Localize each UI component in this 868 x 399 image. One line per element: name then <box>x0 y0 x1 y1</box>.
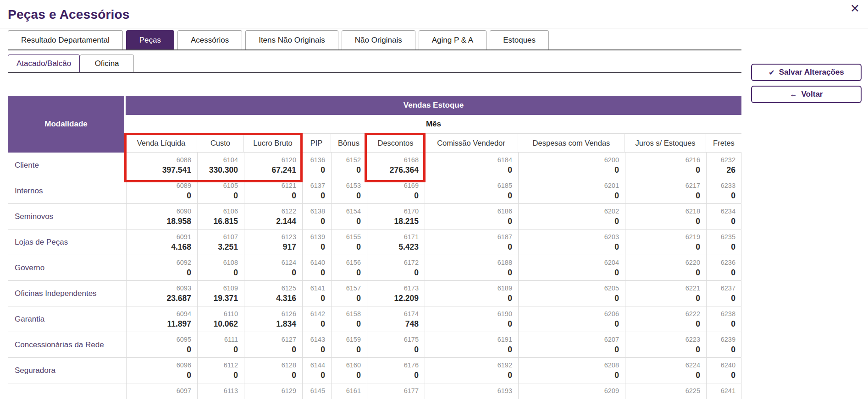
value-cell[interactable]: 61222.144 <box>244 204 302 229</box>
value-cell[interactable]: 60914.168 <box>126 230 197 255</box>
tab-itens-nao-originais[interactable]: Itens Não Originais <box>245 30 338 49</box>
subtab-oficina[interactable]: Oficina <box>80 55 134 72</box>
value-cell[interactable]: 62040 <box>518 255 625 280</box>
tab-resultado-departamental[interactable]: Resultado Departamental <box>8 30 123 49</box>
value-cell[interactable]: 6097 <box>126 383 197 399</box>
value-cell[interactable]: 62400 <box>706 358 742 383</box>
subtab-atacado-balcao[interactable]: Atacado/Balcão <box>8 55 80 72</box>
tab-acessorios[interactable]: Acessórios <box>177 30 242 49</box>
tab-nao-originais[interactable]: Não Originais <box>342 30 415 49</box>
value-cell[interactable]: 61580 <box>331 306 367 332</box>
value-cell[interactable]: 60960 <box>126 358 197 383</box>
value-cell[interactable]: 62240 <box>625 358 706 383</box>
value-cell[interactable]: 60950 <box>126 332 197 357</box>
value-cell[interactable]: 62210 <box>625 281 706 306</box>
tab-aging-p-a[interactable]: Aging P & A <box>419 30 487 49</box>
value-cell[interactable]: 61380 <box>302 204 331 229</box>
value-cell[interactable]: 60920 <box>126 255 197 280</box>
value-cell[interactable]: 61430 <box>302 332 331 357</box>
value-cell[interactable]: 61600 <box>331 358 367 383</box>
value-cell[interactable]: 62220 <box>625 306 706 332</box>
value-cell[interactable]: 609323.687 <box>126 281 197 306</box>
value-cell[interactable]: 61240 <box>244 255 302 280</box>
value-cell[interactable]: 62020 <box>518 204 625 229</box>
value-cell[interactable]: 61900 <box>425 306 518 332</box>
value-cell[interactable]: 62390 <box>706 332 742 357</box>
value-cell[interactable]: 62200 <box>625 255 706 280</box>
value-cell[interactable]: 62070 <box>518 332 625 357</box>
value-cell[interactable]: 61120 <box>197 358 244 383</box>
value-cell[interactable]: 61910 <box>425 332 518 357</box>
value-cell[interactable]: 61360 <box>302 153 331 178</box>
value-cell[interactable]: 61560 <box>331 255 367 280</box>
value-cell[interactable]: 617018.215 <box>367 204 425 229</box>
value-cell[interactable]: 61520 <box>331 153 367 178</box>
value-cell[interactable]: 609411.897 <box>126 306 197 332</box>
value-cell[interactable]: 6129 <box>244 383 302 399</box>
value-cell[interactable]: 61420 <box>302 306 331 332</box>
value-cell[interactable]: 62340 <box>706 204 742 229</box>
value-cell[interactable]: 609018.958 <box>126 204 197 229</box>
value-cell[interactable]: 61690 <box>367 178 425 203</box>
value-cell[interactable]: 61110 <box>197 332 244 357</box>
value-cell[interactable]: 61550 <box>331 230 367 255</box>
value-cell[interactable]: 60890 <box>126 178 197 203</box>
value-cell[interactable]: 6123917 <box>244 230 302 255</box>
value-cell[interactable]: 611010.062 <box>197 306 244 332</box>
value-cell[interactable]: 6104330.300 <box>197 153 244 178</box>
value-cell[interactable]: 61920 <box>425 358 518 383</box>
value-cell[interactable]: 61890 <box>425 281 518 306</box>
value-cell[interactable]: 62160 <box>625 153 706 178</box>
value-cell[interactable]: 6209 <box>518 383 625 399</box>
value-cell[interactable]: 62190 <box>625 230 706 255</box>
tab-pecas[interactable]: Peças <box>126 30 174 49</box>
value-cell[interactable]: 610616.815 <box>197 204 244 229</box>
close-icon[interactable]: ✕ <box>850 3 860 14</box>
value-cell[interactable]: 62360 <box>706 255 742 280</box>
value-cell[interactable]: 62000 <box>518 153 625 178</box>
value-cell[interactable]: 61720 <box>367 255 425 280</box>
value-cell[interactable]: 6088397.541 <box>126 153 197 178</box>
value-cell[interactable]: 6177 <box>367 383 425 399</box>
value-cell[interactable]: 612067.241 <box>244 153 302 178</box>
value-cell[interactable]: 61850 <box>425 178 518 203</box>
value-cell[interactable]: 62330 <box>706 178 742 203</box>
value-cell[interactable]: 61715.423 <box>367 230 425 255</box>
save-button[interactable]: ✔ Salvar Alterações <box>751 64 862 81</box>
value-cell[interactable]: 61050 <box>197 178 244 203</box>
value-cell[interactable]: 61840 <box>425 153 518 178</box>
value-cell[interactable]: 610919.371 <box>197 281 244 306</box>
value-cell[interactable]: 6174748 <box>367 306 425 332</box>
value-cell[interactable]: 62350 <box>706 230 742 255</box>
value-cell[interactable]: 62170 <box>625 178 706 203</box>
value-cell[interactable]: 6145 <box>302 383 331 399</box>
value-cell[interactable]: 62080 <box>518 358 625 383</box>
value-cell[interactable]: 6161 <box>331 383 367 399</box>
value-cell[interactable]: 61254.316 <box>244 281 302 306</box>
value-cell[interactable]: 61880 <box>425 255 518 280</box>
value-cell[interactable]: 61570 <box>331 281 367 306</box>
value-cell[interactable]: 623226 <box>706 153 742 178</box>
value-cell[interactable]: 61440 <box>302 358 331 383</box>
value-cell[interactable]: 61080 <box>197 255 244 280</box>
value-cell[interactable]: 62030 <box>518 230 625 255</box>
value-cell[interactable]: 61261.834 <box>244 306 302 332</box>
value-cell[interactable]: 61400 <box>302 255 331 280</box>
value-cell[interactable]: 617312.209 <box>367 281 425 306</box>
value-cell[interactable]: 61870 <box>425 230 518 255</box>
tab-estoques[interactable]: Estoques <box>490 30 549 49</box>
value-cell[interactable]: 6193 <box>425 383 518 399</box>
value-cell[interactable]: 62230 <box>625 332 706 357</box>
value-cell[interactable]: 61860 <box>425 204 518 229</box>
value-cell[interactable]: 6225 <box>625 383 706 399</box>
value-cell[interactable]: 62180 <box>625 204 706 229</box>
value-cell[interactable]: 61760 <box>367 358 425 383</box>
value-cell[interactable]: 62010 <box>518 178 625 203</box>
value-cell[interactable]: 61270 <box>244 332 302 357</box>
value-cell[interactable]: 61390 <box>302 230 331 255</box>
value-cell[interactable]: 61750 <box>367 332 425 357</box>
value-cell[interactable]: 61370 <box>302 178 331 203</box>
value-cell[interactable]: 62380 <box>706 306 742 332</box>
value-cell[interactable]: 6168276.364 <box>367 153 425 178</box>
value-cell[interactable]: 62060 <box>518 306 625 332</box>
